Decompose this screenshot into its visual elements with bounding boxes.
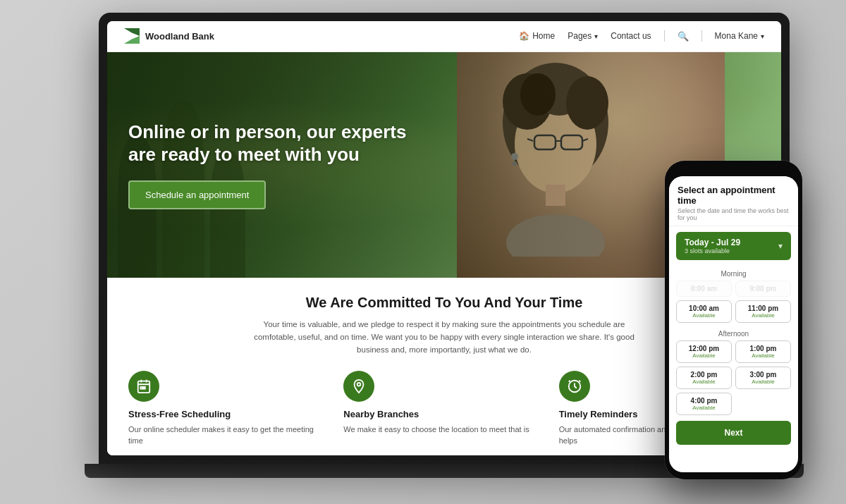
status-1000am: Available bbox=[682, 312, 725, 319]
user-menu[interactable]: Mona Kane ▾ bbox=[715, 31, 764, 41]
afternoon-time-grid: 12:00 pm Available 1:00 pm Available 2:0… bbox=[669, 340, 798, 415]
nav-divider-2 bbox=[701, 30, 702, 42]
phone-header: Select an appointment time Select the da… bbox=[669, 176, 798, 226]
search-icon[interactable]: 🔍 bbox=[678, 31, 689, 42]
feature-2-desc: We make it easy to choose the location t… bbox=[343, 424, 529, 436]
date-slots: 3 slots available bbox=[685, 247, 740, 254]
feature-3-title: Timely Reminders bbox=[559, 409, 638, 419]
svg-line-24 bbox=[579, 380, 580, 381]
hero-content: Online or in person, our experts are rea… bbox=[128, 121, 424, 209]
phone-next-button[interactable]: Next bbox=[676, 421, 791, 445]
logo-bottom bbox=[124, 36, 140, 44]
time-900pm: 9:00 pm bbox=[742, 285, 785, 293]
time-slot-900pm[interactable]: 9:00 pm bbox=[735, 281, 791, 297]
morning-label: Morning bbox=[669, 266, 798, 281]
date-selector[interactable]: Today - Jul 29 3 slots available ▾ bbox=[676, 232, 791, 260]
hero-title: Online or in person, our experts are rea… bbox=[128, 121, 424, 166]
commitment-subtitle: Your time is valuable, and we pledge to … bbox=[247, 318, 642, 357]
phone-notch bbox=[713, 168, 755, 173]
status-100pm: Available bbox=[742, 352, 785, 359]
nav-links: 🏠 Home Pages ▾ Contact us 🔍 bbox=[519, 30, 764, 42]
nav-home[interactable]: 🏠 Home bbox=[519, 31, 555, 41]
home-icon: 🏠 bbox=[519, 31, 529, 41]
time-1000am: 10:00 am bbox=[682, 305, 725, 312]
navbar: Woodland Bank 🏠 Home Pages ▾ Contact us bbox=[107, 21, 781, 52]
time-400pm: 4:00 pm bbox=[682, 397, 725, 405]
date-selector-left: Today - Jul 29 3 slots available bbox=[685, 238, 740, 254]
phone-device: Select an appointment time Select the da… bbox=[665, 161, 802, 479]
chevron-down-icon: ▾ bbox=[594, 32, 598, 40]
status-1200pm: Available bbox=[682, 352, 725, 359]
brand-name: Woodland Bank bbox=[145, 31, 214, 42]
status-300pm: Available bbox=[742, 379, 785, 385]
time-slot-200pm[interactable]: 2:00 pm Available bbox=[676, 367, 732, 389]
time-slot-100pm[interactable]: 1:00 pm Available bbox=[735, 340, 791, 363]
logo-area: Woodland Bank bbox=[124, 28, 214, 44]
time-slot-800am[interactable]: 8:00 am bbox=[676, 281, 732, 297]
phone-title: Select an appointment time bbox=[678, 185, 790, 206]
nav-divider bbox=[664, 30, 665, 42]
logo-top bbox=[124, 28, 140, 36]
status-200pm: Available bbox=[682, 379, 725, 385]
calendar-icon bbox=[128, 371, 159, 402]
feature-item-scheduling: Stress-Free Scheduling Our online schedu… bbox=[128, 371, 329, 447]
phone-frame: Select an appointment time Select the da… bbox=[665, 161, 802, 479]
feature-1-title: Stress-Free Scheduling bbox=[128, 409, 231, 419]
time-800am: 8:00 am bbox=[682, 285, 725, 293]
nav-pages[interactable]: Pages ▾ bbox=[568, 31, 598, 41]
phone-screen: Select an appointment time Select the da… bbox=[669, 176, 798, 472]
time-300pm: 3:00 pm bbox=[742, 371, 785, 379]
chevron-down-icon: ▾ bbox=[778, 241, 783, 251]
svg-rect-20 bbox=[143, 387, 145, 389]
svg-line-23 bbox=[568, 380, 570, 381]
time-1100pm: 11:00 pm bbox=[742, 305, 785, 312]
time-slot-1000am[interactable]: 10:00 am Available bbox=[676, 300, 732, 323]
status-1100pm: Available bbox=[742, 312, 785, 319]
time-1200pm: 12:00 pm bbox=[682, 345, 725, 352]
location-icon bbox=[343, 371, 374, 402]
feature-1-desc: Our online scheduler makes it easy to ge… bbox=[128, 424, 329, 447]
svg-point-21 bbox=[357, 383, 361, 386]
schedule-appointment-button[interactable]: Schedule an appointment bbox=[128, 180, 266, 209]
time-slot-1100pm[interactable]: 11:00 pm Available bbox=[735, 300, 791, 323]
feature-2-title: Nearby Branches bbox=[343, 409, 419, 419]
nav-contact[interactable]: Contact us bbox=[611, 31, 651, 41]
time-100pm: 1:00 pm bbox=[742, 345, 785, 352]
date-label: Today - Jul 29 bbox=[685, 238, 740, 247]
afternoon-label: Afternoon bbox=[669, 326, 798, 340]
chevron-down-icon-user: ▾ bbox=[761, 32, 764, 40]
clock-icon bbox=[559, 371, 590, 402]
phone-subtitle: Select the date and time the works best … bbox=[678, 207, 790, 221]
woodland-bank-logo-icon bbox=[124, 28, 140, 44]
morning-time-grid: 8:00 am 9:00 pm 10:00 am Available 11:00… bbox=[669, 281, 798, 323]
feature-item-branches: Nearby Branches We make it easy to choos… bbox=[343, 371, 544, 447]
time-slot-400pm[interactable]: 4:00 pm Available bbox=[676, 393, 732, 415]
status-400pm: Available bbox=[682, 405, 725, 411]
time-200pm: 2:00 pm bbox=[682, 371, 725, 379]
svg-rect-19 bbox=[140, 387, 142, 389]
time-slot-300pm[interactable]: 3:00 pm Available bbox=[735, 367, 791, 389]
time-slot-1200pm[interactable]: 12:00 pm Available bbox=[676, 340, 732, 363]
